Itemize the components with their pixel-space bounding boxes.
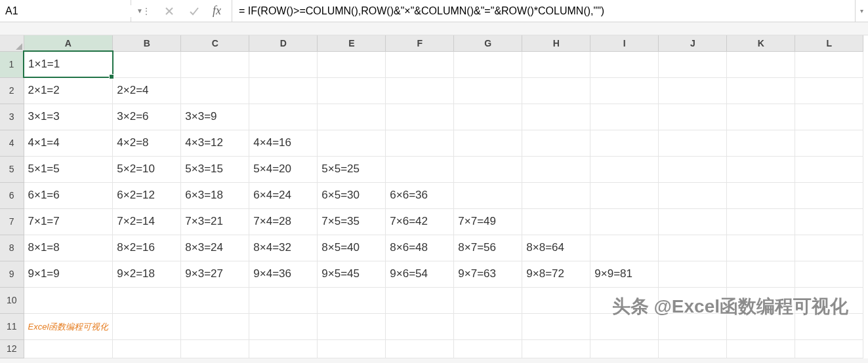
cell-H7[interactable] — [522, 208, 590, 235]
cell-E9[interactable]: 9×5=45 — [318, 261, 386, 287]
cell-H4[interactable] — [522, 130, 590, 156]
row-header-7[interactable]: 7 — [0, 208, 24, 235]
cell-K1[interactable] — [727, 51, 795, 77]
cell-D12[interactable] — [249, 339, 318, 358]
cell-E8[interactable]: 8×5=40 — [318, 235, 386, 261]
cell-I6[interactable] — [590, 182, 659, 208]
cell-A12[interactable] — [24, 339, 113, 358]
cell-J9[interactable] — [659, 261, 727, 287]
cell-J12[interactable] — [659, 339, 727, 358]
insert-function-button[interactable]: fx — [213, 4, 221, 18]
cell-B4[interactable]: 4×2=8 — [113, 130, 181, 156]
cell-D10[interactable] — [249, 287, 318, 313]
cell-B12[interactable] — [113, 339, 181, 358]
cell-L7[interactable] — [795, 208, 863, 235]
cell-K4[interactable] — [727, 130, 795, 156]
cell-C9[interactable]: 9×3=27 — [181, 261, 249, 287]
cell-L1[interactable] — [795, 51, 863, 77]
cell-D2[interactable] — [249, 77, 318, 104]
cell-J3[interactable] — [659, 104, 727, 130]
cell-L5[interactable] — [795, 156, 863, 182]
cell-F8[interactable]: 8×6=48 — [386, 235, 454, 261]
cell-F12[interactable] — [386, 339, 454, 358]
cell-B6[interactable]: 6×2=12 — [113, 182, 181, 208]
column-header-D[interactable]: D — [249, 35, 318, 51]
column-header-H[interactable]: H — [522, 35, 590, 51]
cell-C7[interactable]: 7×3=21 — [181, 208, 249, 235]
row-header-2[interactable]: 2 — [0, 77, 24, 104]
cell-D3[interactable] — [249, 104, 318, 130]
cell-I4[interactable] — [590, 130, 659, 156]
row-header-10[interactable]: 10 — [0, 287, 24, 313]
cell-F6[interactable]: 6×6=36 — [386, 182, 454, 208]
cell-G9[interactable]: 9×7=63 — [454, 261, 522, 287]
cell-A6[interactable]: 6×1=6 — [24, 182, 113, 208]
cell-A7[interactable]: 7×1=7 — [24, 208, 113, 235]
cell-G3[interactable] — [454, 104, 522, 130]
cell-G8[interactable]: 8×7=56 — [454, 235, 522, 261]
cell-I3[interactable] — [590, 104, 659, 130]
cell-K5[interactable] — [727, 156, 795, 182]
cell-C12[interactable] — [181, 339, 249, 358]
cell-F3[interactable] — [386, 104, 454, 130]
formula-input[interactable] — [239, 5, 848, 17]
column-header-L[interactable]: L — [795, 35, 863, 51]
cell-H10[interactable] — [522, 287, 590, 313]
row-header-3[interactable]: 3 — [0, 104, 24, 130]
cell-L6[interactable] — [795, 182, 863, 208]
column-header-A[interactable]: A — [24, 35, 113, 51]
cell-J11[interactable] — [659, 313, 727, 339]
column-header-J[interactable]: J — [659, 35, 727, 51]
cell-D4[interactable]: 4×4=16 — [249, 130, 318, 156]
cell-C6[interactable]: 6×3=18 — [181, 182, 249, 208]
cell-E6[interactable]: 6×5=30 — [318, 182, 386, 208]
cell-H5[interactable] — [522, 156, 590, 182]
cell-C11[interactable] — [181, 313, 249, 339]
cell-K6[interactable] — [727, 182, 795, 208]
cell-G7[interactable]: 7×7=49 — [454, 208, 522, 235]
cell-F2[interactable] — [386, 77, 454, 104]
cell-L12[interactable] — [795, 339, 863, 358]
cell-C8[interactable]: 8×3=24 — [181, 235, 249, 261]
cell-E5[interactable]: 5×5=25 — [318, 156, 386, 182]
column-header-C[interactable]: C — [181, 35, 249, 51]
cell-E7[interactable]: 7×5=35 — [318, 208, 386, 235]
column-header-B[interactable]: B — [113, 35, 181, 51]
cell-B8[interactable]: 8×2=16 — [113, 235, 181, 261]
cell-J5[interactable] — [659, 156, 727, 182]
cell-F10[interactable] — [386, 287, 454, 313]
cell-H2[interactable] — [522, 77, 590, 104]
cell-E3[interactable] — [318, 104, 386, 130]
cell-F11[interactable] — [386, 313, 454, 339]
cell-B1[interactable] — [113, 51, 181, 77]
cell-G12[interactable] — [454, 339, 522, 358]
cell-F7[interactable]: 7×6=42 — [386, 208, 454, 235]
cell-J8[interactable] — [659, 235, 727, 261]
column-header-F[interactable]: F — [386, 35, 454, 51]
cell-B9[interactable]: 9×2=18 — [113, 261, 181, 287]
drag-handle-icon[interactable]: ⋮ — [142, 6, 151, 16]
select-all-corner[interactable] — [0, 35, 24, 51]
cell-K12[interactable] — [727, 339, 795, 358]
cell-B5[interactable]: 5×2=10 — [113, 156, 181, 182]
cancel-icon[interactable] — [163, 5, 176, 18]
cell-B7[interactable]: 7×2=14 — [113, 208, 181, 235]
name-box[interactable]: ▼ — [0, 0, 131, 22]
cell-B10[interactable] — [113, 287, 181, 313]
cell-L4[interactable] — [795, 130, 863, 156]
cell-F5[interactable] — [386, 156, 454, 182]
cell-A2[interactable]: 2×1=2 — [24, 77, 113, 104]
cell-E2[interactable] — [318, 77, 386, 104]
cell-C10[interactable] — [181, 287, 249, 313]
cell-J7[interactable] — [659, 208, 727, 235]
cell-K2[interactable] — [727, 77, 795, 104]
cell-H1[interactable] — [522, 51, 590, 77]
cell-L2[interactable] — [795, 77, 863, 104]
cell-C1[interactable] — [181, 51, 249, 77]
cell-D5[interactable]: 5×4=20 — [249, 156, 318, 182]
cell-H3[interactable] — [522, 104, 590, 130]
row-header-4[interactable]: 4 — [0, 130, 24, 156]
cell-F1[interactable] — [386, 51, 454, 77]
name-box-input[interactable] — [5, 5, 136, 17]
cell-G11[interactable] — [454, 313, 522, 339]
